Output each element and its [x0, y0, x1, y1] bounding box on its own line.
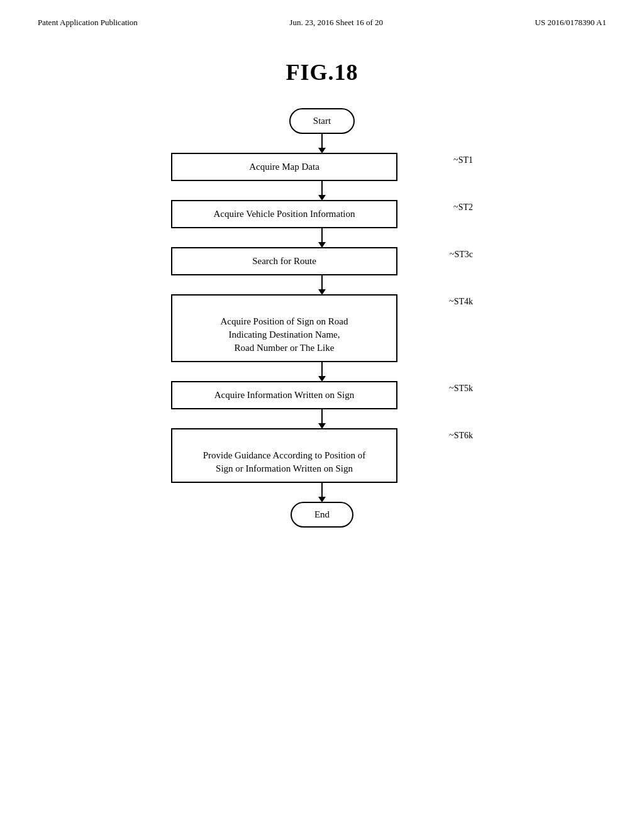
start-node-row: Start [289, 108, 355, 134]
step-st5-id: ~ST5k [449, 384, 473, 394]
step-st6-wrap: Provide Guidance According to Position o… [171, 428, 443, 483]
arrow-5 [318, 409, 326, 428]
flowchart: Start Acquire Map Data ~ST1 Acquir [171, 108, 473, 528]
arrow-0 [318, 134, 326, 153]
arrow-line [321, 228, 323, 242]
page-header: Patent Application Publication Jun. 23, … [0, 0, 644, 34]
step-st6-label: Provide Guidance According to Position o… [203, 450, 366, 473]
step-st5-row: Acquire Information Written on Sign ~ST5… [171, 381, 473, 409]
main-content: FIG.18 Start Acquire Map Data ~ST1 [0, 34, 644, 528]
step-st4-row: Acquire Position of Sign on Road Indicat… [171, 294, 473, 362]
step-st1-wrap: Acquire Map Data [171, 153, 447, 181]
step-st3-id: ~ST3c [450, 250, 473, 260]
end-node: End [291, 502, 353, 528]
step-st2-box: Acquire Vehicle Position Information [171, 200, 397, 228]
arrow-1 [318, 181, 326, 200]
step-st3-row: Search for Route ~ST3c [171, 247, 473, 275]
step-st3-box: Search for Route [171, 247, 397, 275]
step-st2-label: Acquire Vehicle Position Information [213, 209, 355, 219]
step-st6-box: Provide Guidance According to Position o… [171, 428, 397, 483]
step-st1-label: Acquire Map Data [249, 162, 319, 172]
arrow-3 [318, 275, 326, 294]
figure-title: FIG.18 [286, 59, 358, 86]
step-st4-label: Acquire Position of Sign on Road Indicat… [221, 316, 348, 353]
step-st2-wrap: Acquire Vehicle Position Information [171, 200, 447, 228]
arrow-2 [318, 228, 326, 247]
arrow-line [321, 409, 323, 423]
step-st5-wrap: Acquire Information Written on Sign [171, 381, 443, 409]
arrow-6 [318, 483, 326, 502]
step-st1-box: Acquire Map Data [171, 153, 397, 181]
step-st3-label: Search for Route [252, 256, 316, 266]
arrow-line [321, 275, 323, 289]
step-st4-box: Acquire Position of Sign on Road Indicat… [171, 294, 397, 362]
arrow-line [321, 134, 323, 148]
step-st6-id: ~ST6k [449, 431, 473, 441]
step-st2-row: Acquire Vehicle Position Information ~ST… [171, 200, 473, 228]
header-center: Jun. 23, 2016 Sheet 16 of 20 [289, 18, 383, 28]
step-st6-row: Provide Guidance According to Position o… [171, 428, 473, 483]
step-st5-label: Acquire Information Written on Sign [214, 390, 354, 400]
header-left: Patent Application Publication [38, 18, 138, 28]
step-st1-row: Acquire Map Data ~ST1 [171, 153, 473, 181]
arrow-4 [318, 362, 326, 381]
header-right: US 2016/0178390 A1 [535, 18, 606, 28]
step-st4-id: ~ST4k [449, 297, 473, 307]
step-st3-wrap: Search for Route [171, 247, 443, 275]
step-st2-id: ~ST2 [453, 202, 473, 213]
arrow-line [321, 362, 323, 376]
step-st5-box: Acquire Information Written on Sign [171, 381, 397, 409]
arrow-line [321, 483, 323, 497]
start-node: Start [289, 108, 355, 134]
end-node-row: End [291, 502, 353, 528]
arrow-line [321, 181, 323, 195]
step-st4-wrap: Acquire Position of Sign on Road Indicat… [171, 294, 443, 362]
step-st1-id: ~ST1 [453, 155, 473, 165]
